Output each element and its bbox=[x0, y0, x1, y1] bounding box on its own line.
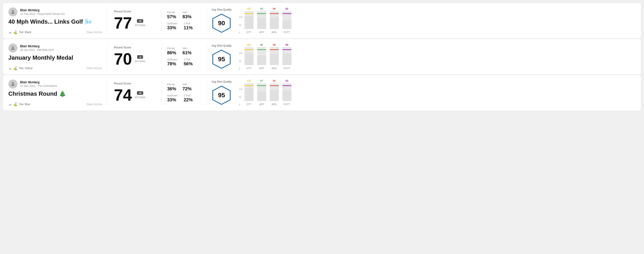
hexagon-container-3: Avg Shot Quality 95 bbox=[211, 80, 232, 105]
bar-label-ott: OTT bbox=[246, 103, 252, 106]
hexagon-3: 95 bbox=[211, 85, 232, 105]
gir-value-1: 83% bbox=[182, 14, 192, 19]
tee-label-1: Tee: Black bbox=[19, 31, 31, 34]
bar-group-putt: 93 bbox=[282, 80, 292, 101]
user-info-2: Blair McHarg 29 Jan 2022 · Mill Ride GCC bbox=[8, 43, 102, 52]
bar-group-ott: 110 bbox=[244, 80, 254, 101]
bar-value-app: 86 bbox=[260, 43, 263, 46]
gir-stat-2: GIR 61% bbox=[182, 47, 192, 55]
bar-label-arg: ARG bbox=[272, 103, 277, 106]
gir-label-1: GIR bbox=[182, 11, 192, 14]
right-section-3: Avg Shot Quality 95 100 50 0 110 bbox=[207, 80, 636, 106]
stat-group-top-1: FW Hit 57% GIR 83% bbox=[167, 11, 201, 19]
bar-value-putt: 99 bbox=[286, 43, 288, 46]
bar-wrapper-ott bbox=[244, 11, 254, 29]
round-title-2: January Monthly Medal bbox=[8, 54, 102, 61]
holes-text-1: 18 Holes bbox=[135, 24, 145, 27]
fw-hit-label-2: FW Hit bbox=[167, 47, 176, 50]
updown-value-1: 33% bbox=[167, 25, 177, 30]
bar-wrapper-app bbox=[257, 47, 266, 65]
score-row-1: 77 +5 18 Holes bbox=[114, 15, 155, 31]
score-badge-1: +5 18 Holes bbox=[135, 19, 145, 27]
bar-line-app bbox=[257, 49, 266, 50]
score-row-3: 74 +2 18 Holes bbox=[114, 87, 155, 103]
hex-score-1: 90 bbox=[218, 20, 225, 27]
y-axis-50: 50 bbox=[239, 24, 243, 26]
fw-hit-stat-1: FW Hit 57% bbox=[167, 11, 176, 19]
round-score-label-2: Round Score bbox=[114, 46, 155, 49]
card-footer-1: ☁ ⛳ Tee: Black Data: Arccos bbox=[8, 30, 102, 34]
avatar-2 bbox=[8, 43, 17, 52]
bar-group-ott: 101 bbox=[244, 43, 254, 65]
tee-info-2: ☁ ⛳ Tee: Yellow bbox=[8, 66, 32, 70]
left-section-3: Blair McHarg 27 Dec 2021 · The Oxfordshi… bbox=[8, 80, 108, 106]
bar-value-app: 95 bbox=[260, 7, 263, 10]
user-name-1: Blair McHarg bbox=[20, 8, 65, 12]
svg-point-2 bbox=[12, 46, 14, 48]
bar-value-ott: 110 bbox=[247, 80, 251, 82]
bar-fill-app bbox=[257, 18, 266, 29]
score-row-2: 70 -2 18 Holes bbox=[114, 51, 155, 67]
fw-hit-value-3: 36% bbox=[167, 86, 176, 91]
bar-fill-putt bbox=[282, 53, 292, 65]
avg-shot-label-3: Avg Shot Quality bbox=[211, 80, 232, 83]
fw-hit-value-1: 57% bbox=[167, 14, 176, 19]
date-course-1: 12 Feb 2022 · Royal North Devon GC bbox=[20, 12, 65, 15]
bar-chart-1: 100 50 0 107 95 98 bbox=[237, 7, 631, 34]
bar-label-putt: PUTT bbox=[284, 31, 290, 33]
bag-icon: ⛳ bbox=[13, 30, 17, 34]
bar-value-putt: 82 bbox=[286, 7, 288, 10]
y-axis-0: 0 bbox=[239, 104, 243, 106]
bar-group-arg: 95 bbox=[270, 80, 279, 101]
bar-fill-ott bbox=[244, 16, 254, 29]
weather-icon: ☁ bbox=[8, 30, 12, 34]
tee-label-3: Tee: Blue bbox=[19, 103, 30, 106]
score-diff-badge-3: +2 bbox=[137, 91, 144, 95]
data-source-2: Data: Arccos bbox=[86, 67, 102, 70]
bar-value-ott: 101 bbox=[247, 43, 251, 46]
holes-text-3: 18 Holes bbox=[135, 96, 145, 99]
big-score-1: 77 bbox=[114, 15, 132, 31]
bar-label-arg: ARG bbox=[272, 31, 277, 33]
bar-fill-putt bbox=[282, 20, 292, 29]
hex-score-3: 95 bbox=[218, 92, 225, 99]
bar-label-app: APP bbox=[259, 103, 264, 106]
svg-point-0 bbox=[12, 10, 14, 12]
bar-line-putt bbox=[282, 85, 292, 86]
stat-group-bottom-3: Up/Down 33% 1 Putt 22% bbox=[167, 94, 201, 103]
bar-group-arg: 98 bbox=[270, 7, 279, 29]
user-info-1: Blair McHarg 12 Feb 2022 · Royal North D… bbox=[8, 7, 102, 16]
y-axis-50: 50 bbox=[239, 60, 243, 62]
bar-label-putt: PUTT bbox=[284, 67, 290, 70]
y-axis-50: 50 bbox=[239, 96, 243, 98]
y-axis-100: 100 bbox=[239, 88, 243, 91]
bar-line-putt bbox=[282, 13, 292, 14]
bar-wrapper-app bbox=[257, 83, 266, 101]
card-footer-3: ☁ ⛳ Tee: Blue Data: Arccos bbox=[8, 103, 102, 106]
bar-label-app: APP bbox=[259, 67, 264, 70]
big-score-3: 74 bbox=[114, 87, 132, 103]
score-badge-3: +2 18 Holes bbox=[135, 91, 145, 99]
updown-label-1: Up/Down bbox=[167, 22, 177, 25]
hexagon-1: 90 bbox=[211, 13, 232, 33]
round-card-3: Blair McHarg 27 Dec 2021 · The Oxfordshi… bbox=[3, 75, 641, 111]
stats-section-2: FW Hit 86% GIR 61% Up/Down 78% 1 Putt 56… bbox=[162, 43, 207, 70]
bar-fill-ott bbox=[244, 88, 254, 101]
bar-fill-ott bbox=[244, 53, 254, 65]
gir-value-3: 72% bbox=[182, 86, 192, 91]
oneputt-stat-3: 1 Putt 22% bbox=[184, 94, 193, 103]
bar-value-arg: 95 bbox=[273, 80, 276, 82]
bar-wrapper-putt bbox=[282, 83, 292, 101]
user-meta-3: Blair McHarg 27 Dec 2021 · The Oxfordshi… bbox=[20, 80, 57, 88]
bar-wrapper-arg bbox=[270, 47, 279, 65]
bar-label-ott: OTT bbox=[246, 31, 252, 33]
score-diff-badge-1: +5 bbox=[137, 19, 144, 23]
bar-wrapper-arg bbox=[270, 83, 279, 101]
bar-chart-3: 100 50 0 110 87 95 bbox=[237, 80, 631, 106]
bar-wrapper-ott bbox=[244, 83, 254, 101]
bar-label-putt: PUTT bbox=[284, 103, 290, 106]
y-axis-100: 100 bbox=[239, 52, 243, 54]
user-name-3: Blair McHarg bbox=[20, 80, 57, 84]
avg-shot-label-2: Avg Shot Quality bbox=[211, 44, 232, 47]
score-diff-badge-2: -2 bbox=[137, 55, 143, 59]
